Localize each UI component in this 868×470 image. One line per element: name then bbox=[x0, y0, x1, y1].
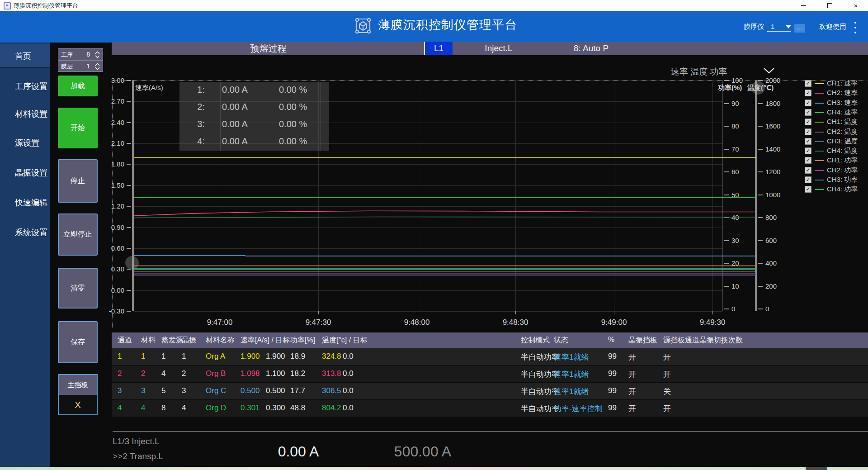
status-target-value: 500.00 A bbox=[377, 443, 468, 460]
app-window: 薄膜沉积控制仪管理平台 × 薄膜沉积控制仪管理平台 膜厚仪 1 … 欢迎使用 首… bbox=[0, 0, 868, 470]
table-cell: 开 bbox=[663, 404, 671, 414]
status-current-value: 0.00 A bbox=[253, 443, 344, 460]
legend-label: CH3: 温度 bbox=[827, 137, 858, 146]
legend-item: ✓CH4: 速率 bbox=[805, 108, 868, 117]
legend-checkbox[interactable]: ✓ bbox=[805, 128, 811, 135]
legend-item: ✓CH4: 温度 bbox=[805, 147, 868, 156]
legend-label: CH1: 温度 bbox=[827, 118, 858, 126]
legend-color-line bbox=[815, 132, 824, 133]
table-cell: 8 bbox=[161, 404, 165, 413]
overlay-channel: 1: bbox=[179, 85, 205, 95]
legend-label: CH4: 速率 bbox=[827, 108, 858, 117]
legend-color-line bbox=[815, 170, 824, 171]
table-cell: 3 bbox=[118, 386, 122, 395]
overlay-channel: 2: bbox=[179, 102, 205, 112]
table-cell: 0.0 bbox=[343, 369, 354, 378]
table-header-cell: 材料 bbox=[141, 336, 156, 345]
table-cell: 开 bbox=[663, 369, 671, 380]
table-cell: 804.2 bbox=[322, 404, 341, 413]
status-layer-line1: L1/3 Inject.L bbox=[113, 437, 160, 446]
legend-item: ✓CH3: 温度 bbox=[805, 137, 868, 146]
table-cell: 1 bbox=[161, 352, 165, 361]
table-cell: 4 bbox=[118, 404, 122, 413]
legend-item: ✓CH4: 功率 bbox=[805, 185, 868, 194]
table-row[interactable]: 4484Org D0.3010.30048.8804.20.0半自动功率功率-速… bbox=[112, 400, 868, 417]
legend-item: ✓CH1: 功率 bbox=[805, 156, 868, 165]
legend-label: CH4: 温度 bbox=[827, 147, 858, 155]
table-header-cell: 速率[A/s] / 目标 bbox=[241, 336, 290, 345]
taskbar-glyph bbox=[806, 467, 827, 470]
table-cell: 4 bbox=[182, 404, 186, 413]
table-cell: 48.8 bbox=[290, 404, 305, 413]
table-cell: 速率1就绪 bbox=[554, 386, 589, 397]
table-cell: 3 bbox=[182, 386, 186, 395]
table-cell: 2 bbox=[141, 369, 145, 378]
legend-checkbox[interactable]: ✓ bbox=[805, 147, 811, 154]
table-cell: 1 bbox=[141, 352, 145, 361]
table-cell: 1.098 bbox=[241, 369, 260, 378]
legend-checkbox[interactable]: ✓ bbox=[805, 138, 811, 145]
legend-label: CH2: 功率 bbox=[827, 166, 858, 175]
table-cell: 3 bbox=[141, 386, 145, 395]
table-cell: 18.2 bbox=[290, 369, 305, 378]
taskbar-edge bbox=[0, 467, 868, 470]
footer-divider bbox=[113, 431, 868, 432]
legend-checkbox[interactable]: ✓ bbox=[805, 167, 811, 174]
legend-label: CH4: 功率 bbox=[827, 185, 858, 194]
legend-checkbox[interactable]: ✓ bbox=[805, 80, 811, 87]
legend-label: CH2: 速率 bbox=[827, 89, 858, 97]
table-cell: 0.301 bbox=[241, 404, 260, 413]
legend-label: CH3: 速率 bbox=[827, 99, 858, 107]
table-cell: 0.500 bbox=[241, 386, 260, 395]
table-header-cell: 控制模式 bbox=[521, 336, 550, 345]
table-cell: 99 bbox=[608, 404, 617, 413]
table-row[interactable]: 2242Org B1.0981.10018.2313.80.0半自动功率速率1就… bbox=[112, 366, 868, 383]
legend-checkbox[interactable]: ✓ bbox=[805, 100, 811, 106]
table-cell: 2 bbox=[182, 369, 186, 378]
table-cell: 1 bbox=[118, 352, 122, 361]
legend-color-line bbox=[815, 141, 824, 142]
table-cell: 1 bbox=[182, 352, 186, 361]
table-cell: 99 bbox=[608, 386, 617, 395]
legend-checkbox[interactable]: ✓ bbox=[805, 109, 811, 116]
table-cell: 17.7 bbox=[290, 386, 305, 395]
legend-item: ✓CH3: 功率 bbox=[805, 176, 868, 185]
overlay-row: 1:0.00 A0.00 % bbox=[179, 85, 329, 102]
legend-item: ✓CH1: 速率 bbox=[805, 79, 868, 88]
table-cell: 306.5 bbox=[322, 386, 341, 395]
table-cell: 功率-速率控制 bbox=[554, 404, 603, 414]
table-cell: 开 bbox=[663, 352, 671, 362]
chart-legend: ✓CH1: 速率✓CH2: 速率✓CH3: 速率✓CH4: 速率✓CH1: 温度… bbox=[805, 79, 868, 199]
legend-color-line bbox=[815, 180, 824, 180]
table-row[interactable]: 1111Org A1.9001.90018.9324.80.0半自动功率速率1就… bbox=[112, 348, 868, 366]
legend-checkbox[interactable]: ✓ bbox=[805, 186, 811, 193]
legend-color-line bbox=[815, 160, 824, 161]
table-header-cell: 晶振挡板 bbox=[628, 336, 657, 345]
legend-label: CH1: 速率 bbox=[827, 79, 858, 88]
legend-checkbox[interactable]: ✓ bbox=[805, 176, 811, 183]
table-cell: 关 bbox=[663, 386, 671, 397]
table-cell: 18.9 bbox=[290, 352, 305, 361]
legend-checkbox[interactable]: ✓ bbox=[805, 119, 811, 125]
table-cell: 速率1就绪 bbox=[554, 352, 589, 362]
legend-checkbox[interactable]: ✓ bbox=[805, 90, 811, 96]
table-header-cell: % bbox=[608, 336, 614, 344]
channel-table-body: 1111Org A1.9001.90018.9324.80.0半自动功率速率1就… bbox=[112, 348, 868, 417]
table-header-cell: 通道晶振切换次数 bbox=[685, 336, 743, 345]
series-line-CH2-速率 bbox=[134, 211, 756, 216]
legend-label: CH3: 功率 bbox=[827, 176, 858, 184]
table-cell: 324.8 bbox=[322, 352, 341, 361]
table-cell: 0.0 bbox=[343, 404, 354, 413]
table-cell: 313.8 bbox=[322, 369, 341, 378]
overlay-current: 0.00 A bbox=[222, 85, 248, 95]
table-cell: 速率1就绪 bbox=[554, 369, 589, 380]
table-header-cell: 状态 bbox=[554, 336, 568, 345]
legend-item: ✓CH3: 速率 bbox=[805, 99, 868, 108]
series-line-CH4-温度 bbox=[134, 217, 756, 218]
table-row[interactable]: 3353Org C0.5000.50017.7306.50.0半自动功率速率1就… bbox=[112, 383, 868, 400]
overlay-percent: 0.00 % bbox=[279, 119, 307, 129]
table-cell: 99 bbox=[608, 369, 617, 378]
table-cell: 0.500 bbox=[266, 386, 285, 395]
legend-checkbox[interactable]: ✓ bbox=[805, 157, 811, 164]
legend-color-line bbox=[815, 189, 824, 190]
